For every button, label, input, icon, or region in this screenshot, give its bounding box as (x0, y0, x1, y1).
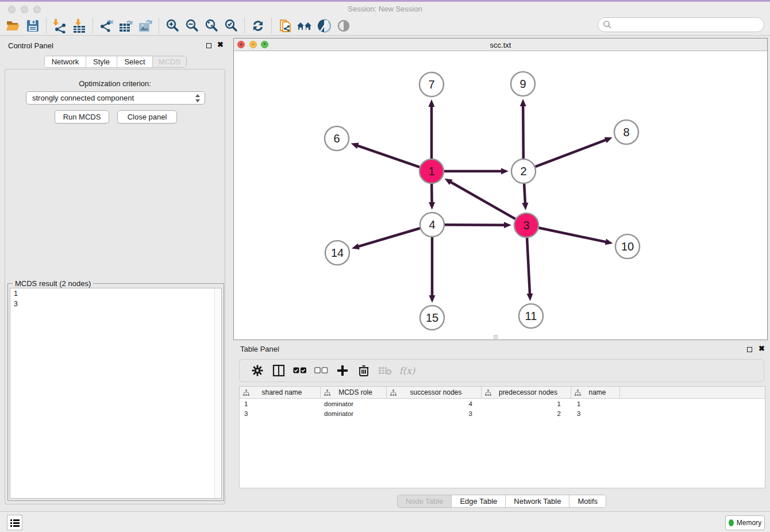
table-cell[interactable]: 3 (240, 410, 321, 417)
column-header-name[interactable]: name (571, 387, 620, 398)
column-header-successor-nodes[interactable]: successor nodes (387, 387, 482, 398)
table-cell[interactable]: dominator (321, 400, 387, 407)
graph-edge-3-11[interactable] (527, 238, 530, 295)
mcds-result-item[interactable]: 1 (10, 288, 221, 299)
select-all-rows-button[interactable] (289, 361, 310, 380)
mcds-result-scrollbar[interactable] (214, 288, 221, 498)
run-mcds-button[interactable]: Run MCDS (55, 110, 109, 124)
column-header-shared-name[interactable]: shared name (240, 387, 321, 398)
memory-button[interactable]: Memory (725, 515, 765, 530)
tab-network-table[interactable]: Network Table (506, 495, 569, 507)
clone-network-button[interactable] (275, 17, 295, 34)
table-body: 1dominator4113dominator323 (240, 399, 765, 418)
canvas-resize-handle[interactable] (494, 335, 498, 339)
tab-node-table[interactable]: Node Table (398, 495, 452, 507)
toggle-graphics-details-button[interactable] (334, 17, 353, 34)
control-panel-tabs: Network Style Select MCDS (44, 56, 187, 68)
tab-mcds[interactable]: MCDS (153, 56, 186, 67)
graph-edge-3-10[interactable] (539, 228, 607, 242)
table-cell[interactable]: 3 (387, 410, 482, 417)
select-stepper-icon (195, 94, 200, 102)
import-table-button[interactable] (70, 17, 89, 34)
table-panel-close-button[interactable]: ✖ (759, 344, 765, 353)
table-row[interactable]: 3dominator323 (240, 408, 765, 418)
column-header-predecessor-nodes[interactable]: predecessor nodes (482, 387, 571, 398)
graph-node-label: 15 (426, 311, 438, 324)
table-cell[interactable]: 1 (482, 400, 571, 407)
column-header-label: MCDS role (330, 388, 386, 396)
delete-table-button[interactable] (374, 361, 395, 380)
table-cell[interactable]: 3 (571, 410, 620, 417)
network-graph[interactable]: 1234678910111415 (234, 51, 767, 340)
search-field[interactable] (598, 17, 764, 32)
graph-edge-2-9[interactable] (523, 105, 523, 159)
main-toolbar (0, 16, 770, 36)
graph-edge-3-1[interactable] (450, 182, 515, 219)
graph-edge-4-3[interactable] (445, 225, 505, 225)
open-session-button[interactable] (3, 17, 23, 34)
column-header-label: successor nodes (396, 388, 481, 396)
tab-style[interactable]: Style (86, 56, 117, 67)
table-cell[interactable]: dominator (321, 410, 387, 417)
open-folder-icon (6, 18, 21, 33)
task-history-button[interactable] (7, 515, 22, 530)
function-builder-button[interactable]: f(x) (395, 361, 417, 380)
close-panel-button[interactable]: Close panel (117, 110, 177, 124)
graph-node-label: 2 (520, 165, 526, 178)
graph-edge-4-14[interactable] (357, 228, 419, 246)
optimization-criterion-select[interactable]: strongly connected component (26, 91, 205, 105)
export-table-button[interactable] (116, 17, 136, 34)
graph-edge-1-6[interactable] (357, 145, 419, 167)
mcds-result-item[interactable]: 3 (10, 299, 221, 309)
graph-edge-arrowhead (351, 143, 359, 149)
network-view-window: x − + scc.txt 1234678910111415 (233, 38, 768, 340)
export-image-button[interactable] (136, 17, 155, 34)
delete-column-button[interactable] (353, 361, 374, 380)
tab-edge-table[interactable]: Edge Table (452, 495, 506, 507)
export-network-button[interactable] (97, 17, 116, 34)
tab-network[interactable]: Network (45, 56, 86, 67)
network-window-titlebar[interactable]: x − + scc.txt (234, 38, 767, 51)
table-cell[interactable]: 1 (571, 400, 620, 407)
mcds-result-title: MCDS result (2 nodes) (13, 279, 93, 288)
import-network-button[interactable] (50, 17, 70, 34)
node-table[interactable]: shared nameMCDS rolesuccessor nodesprede… (239, 386, 765, 488)
mcds-result-list[interactable]: 13 (10, 288, 222, 499)
zoom-fit-button[interactable] (202, 17, 221, 34)
graph-edge-2-3[interactable] (524, 184, 525, 204)
zoom-selected-icon (224, 18, 238, 33)
titlebar[interactable]: Session: New Session (0, 2, 770, 16)
table-row[interactable]: 1dominator411 (240, 399, 765, 408)
column-header-MCDS-role[interactable]: MCDS role (321, 387, 387, 398)
toggle-style-button[interactable] (314, 17, 334, 34)
table-cell[interactable]: 2 (482, 410, 571, 417)
zoom-selected-button[interactable] (221, 17, 241, 34)
gear-icon (252, 365, 263, 376)
table-panel-float-button[interactable] (747, 347, 752, 352)
search-icon (603, 20, 612, 29)
table-cell[interactable]: 1 (240, 400, 321, 407)
tab-select[interactable]: Select (117, 56, 153, 67)
search-input[interactable] (612, 19, 764, 30)
toolbar-separator (271, 18, 272, 33)
hierarchy-icon (390, 390, 396, 396)
table-settings-button[interactable] (247, 361, 268, 380)
table-cell[interactable]: 4 (387, 400, 482, 407)
toolbar-separator (93, 18, 93, 33)
deselect-all-rows-button[interactable] (310, 361, 332, 380)
zoom-out-button[interactable] (182, 17, 202, 34)
home-view-button[interactable] (295, 17, 314, 34)
apply-layout-button[interactable] (248, 17, 268, 34)
control-panel-close-button[interactable]: ✖ (217, 40, 224, 49)
add-column-button[interactable] (332, 361, 353, 380)
show-column-panel-button[interactable] (268, 361, 289, 380)
export-network-icon (99, 18, 114, 33)
tab-motifs[interactable]: Motifs (569, 495, 606, 507)
save-session-button[interactable] (23, 17, 43, 34)
graph-edge-2-8[interactable] (536, 140, 607, 167)
save-icon (26, 19, 40, 33)
toolbar-separator (46, 18, 47, 33)
control-panel-float-button[interactable] (206, 43, 211, 48)
network-canvas[interactable]: 1234678910111415 (234, 51, 767, 340)
zoom-in-button[interactable] (163, 17, 182, 34)
